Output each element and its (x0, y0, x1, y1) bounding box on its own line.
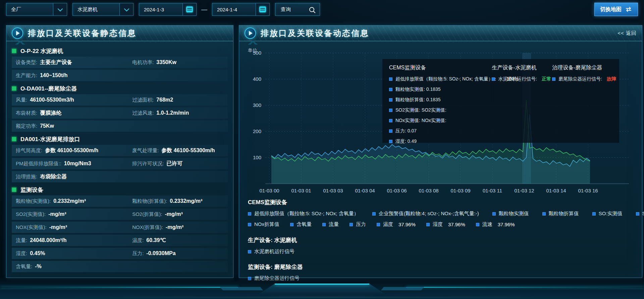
device-section-title: 监测设备: 磨尾除尘器 (248, 263, 637, 271)
svg-text:01-03 08: 01-03 08 (419, 188, 438, 193)
section-header: DA001-水泥磨尾排放口 (12, 133, 228, 145)
legend-item[interactable]: 流量 (322, 221, 339, 228)
back-link[interactable]: << 返回 (618, 30, 637, 37)
blue-square-icon (389, 119, 392, 122)
svg-text:01-03 01: 01-03 01 (291, 188, 311, 193)
legend-item[interactable]: NOx折算值 (248, 221, 279, 228)
data-row: 流量:24048.000m³/h温度:60.39℃ (12, 235, 228, 246)
key-value: SO2(折算值):-mg/m³ (132, 211, 224, 218)
tooltip-cems-column: CEMS监测设备 超低排放限值（颗拉物:5: SOz-; NOx; 含氧量）：1… (389, 64, 492, 137)
blue-square-icon (492, 212, 496, 216)
field-label: NOX(折算值): (132, 224, 163, 231)
key-value: SO2(实测值):-mg/m³ (16, 211, 132, 218)
data-row: 风量:46100-55300m3/h过滤面积:768m2 (12, 94, 228, 106)
section-title: 监测设备 (20, 186, 43, 194)
legend-item-value: 37.96% (398, 222, 416, 227)
blue-square-icon (389, 140, 392, 143)
field-label: 风量: (16, 97, 27, 103)
field-label: 含氧量: (16, 263, 32, 270)
field-label: 排污许可状况: (132, 161, 164, 167)
swap-arrows-icon (625, 7, 632, 12)
end-date-picker[interactable]: 2024-1-4 (212, 3, 270, 16)
blue-square-icon (372, 212, 376, 216)
section-header: O-P-22 水泥磨机 (12, 45, 228, 57)
blue-square-icon (290, 223, 293, 226)
top-toolbar: 全厂 水泥磨机 2024-1-3 — 2024-1-4 查询 切换地图 (6, 3, 638, 16)
field-value: -% (35, 263, 42, 270)
field-value: 3350Kw (156, 59, 176, 65)
legend-item[interactable]: 超低排放限值（颗拉物:5: SOz-; NOx; 含氧量） (248, 211, 359, 217)
blue-square-icon (248, 250, 251, 253)
data-row: 颗粒物(实测值):0.2332mg/m³颗粒物(折算值):0.2332mg/m³ (12, 195, 228, 207)
data-row: 生产能力:140~150t/h (12, 70, 228, 81)
footer-glow-line-left (0, 287, 238, 288)
field-value: 参数 46100-55300m/h (161, 147, 215, 154)
data-row: SO2(实测值):-mg/m³SO2(折算值):-mg/m³ (12, 208, 228, 220)
data-row: 治理措施:布袋除尘器 (12, 171, 228, 182)
data-row: NOX(实测值):-mg/m³NOX(折算值):-mg/m³ (12, 222, 228, 233)
legend-item[interactable]: 流速37.96% (476, 221, 515, 228)
device-signal-sections: 生产设备: 水泥磨机水泥磨机运行信号监测设备: 磨尾除尘器磨尾除尘器运行信号 (248, 236, 637, 282)
legend-item[interactable]: 含氧量 (290, 221, 312, 228)
blue-square-icon (492, 77, 495, 81)
legend-item[interactable]: 企业预警值(颗粒物:4; sOz-; NOx-;含氧气量:-) (372, 211, 479, 217)
field-label: 颗粒物(实测值): (16, 198, 51, 204)
field-value: 布袋除尘器 (40, 173, 67, 180)
query-button-label: 查询 (281, 6, 291, 13)
dynamic-info-panel-title: 排放口及关联设备动态信息 (261, 28, 369, 39)
legend-item[interactable]: 温度37.96% (377, 221, 416, 228)
svg-text:01-03 16: 01-03 16 (578, 188, 598, 193)
device-select[interactable]: 水泥磨机 (72, 3, 133, 16)
field-value: 0.2332mg/m³ (170, 198, 202, 204)
field-value: 参数 46100-55300m/h (45, 147, 98, 154)
search-icon (309, 7, 314, 12)
blue-square-icon (389, 98, 392, 102)
blue-square-icon (389, 129, 392, 133)
treatment-signal-status: 故障 (607, 76, 616, 82)
tooltip-item: 压力: 0.07 (389, 128, 492, 134)
svg-text:01-03 03: 01-03 03 (323, 188, 343, 193)
legend-item[interactable]: 颗粒物实测值 (492, 211, 529, 217)
key-value: NOX(实测值):-mg/m³ (16, 224, 132, 231)
field-label: 压力: (132, 250, 144, 257)
field-value: 1.0-1.2m/min (156, 110, 189, 116)
key-value: NOX(折算值):-mg/m³ (132, 224, 224, 231)
legend-item[interactable]: 颗粒物折算值 (542, 211, 579, 217)
tooltip-cems-title: CEMS监测设备 (389, 64, 492, 71)
green-square-icon (12, 86, 16, 91)
legend-item[interactable]: SO:实测值 (592, 211, 623, 217)
field-label: PM超低排排放限值:: (16, 161, 61, 167)
key-value: 含氧量:-% (16, 263, 132, 270)
svg-text:01-03 00: 01-03 00 (259, 188, 279, 193)
dynamic-info-panel: 排放口及关联设备动态信息 << 返回 单位 10020030040050001-… (239, 25, 642, 278)
decorative-footer (0, 277, 644, 299)
key-value: 颗粒物(实测值):0.2332mg/m³ (16, 198, 132, 204)
section-title: DA001-水泥磨尾排放口 (20, 135, 80, 143)
legend-item[interactable]: 压力 (350, 221, 366, 228)
plant-select[interactable]: 全厂 (6, 3, 67, 16)
legend-item[interactable]: 湿度37.96% (426, 221, 465, 228)
start-date-picker[interactable]: 2024-1-3 (139, 3, 197, 16)
device-signal-item[interactable]: 水泥磨机运行信号 (248, 248, 637, 255)
green-square-icon (12, 49, 16, 53)
data-row: 设备类型:主要生产设备电机功率:3350Kw (12, 57, 228, 68)
key-value: 排污许可状况:已许可 (132, 160, 224, 167)
svg-text:400: 400 (253, 76, 261, 82)
footer-wing-right (381, 287, 424, 290)
static-info-panel-title: 排放口及关联设备静态信息 (28, 28, 137, 39)
field-value: -mg/m³ (166, 224, 183, 230)
chart-legend-area: CEMS监测设备 超低排放限值（颗拉物:5: SOz-; NOx; 含氧量）企业… (248, 198, 637, 290)
field-value: 0.45% (30, 250, 45, 256)
switch-map-button[interactable]: 切换地图 (594, 3, 638, 16)
cems-legend-row-2: NOx折算值含氧量流量压力温度37.96%湿度37.96%流速37.96% (248, 221, 637, 228)
svg-text:300: 300 (253, 102, 261, 108)
data-row: 额定功率:75Kw (12, 120, 228, 132)
key-value: PM超低排排放限值::10mg/Nm3 (16, 161, 132, 167)
static-info-panel: 排放口及关联设备静态信息 O-P-22 水泥磨机设备类型:主要生产设备电机功率:… (6, 25, 233, 278)
query-button[interactable]: 查询 (275, 3, 320, 16)
chart-unit-label: 单位 (248, 48, 257, 54)
field-label: 设备类型: (16, 59, 37, 66)
section-header: 监测设备 (12, 184, 228, 195)
legend-item[interactable]: SO:折算值 (636, 211, 644, 217)
device-section-title: 生产设备: 水泥磨机 (248, 236, 637, 244)
